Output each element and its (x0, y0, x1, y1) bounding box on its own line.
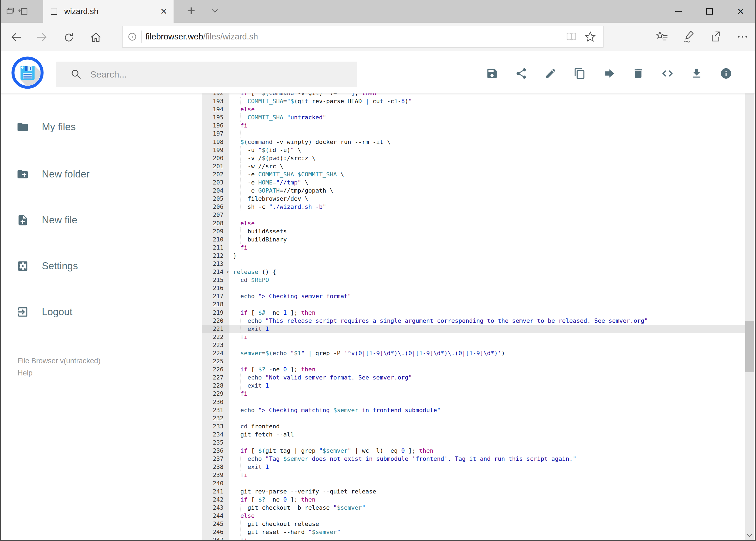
favorite-star-icon[interactable] (584, 31, 596, 43)
code-line[interactable]: 225 (202, 357, 747, 365)
back-button[interactable] (10, 31, 23, 44)
code-line[interactable]: 227 echo "Not valid semver format. See s… (202, 373, 747, 382)
code-line[interactable]: 213 (202, 260, 747, 268)
sidebar-item-new-file[interactable]: New file (1, 208, 202, 232)
refresh-button[interactable] (62, 31, 75, 44)
code-line[interactable]: 199 -u "$(id -u)" \ (202, 146, 747, 154)
code-line[interactable]: 200 -v /$(pwd):/src:z \ (202, 154, 747, 162)
info-button[interactable] (720, 67, 733, 80)
code-line[interactable]: 233 cd frontend (202, 422, 747, 430)
code-line[interactable]: 209 buildAssets (202, 228, 747, 236)
code-line[interactable]: 201 -w //src \ (202, 162, 747, 171)
edit-button[interactable] (544, 67, 557, 80)
code-line[interactable]: 228 exit 1 (202, 382, 747, 390)
sidebar-item-logout[interactable]: Logout (1, 300, 202, 324)
code-line[interactable]: 194 else (202, 105, 747, 114)
search-bar[interactable] (56, 62, 357, 87)
more-options-icon[interactable] (735, 30, 751, 45)
code-line[interactable]: 221 exit 1 (202, 325, 747, 333)
code-line[interactable]: 202 -e COMMIT_SHA=$COMMIT_SHA \ (202, 171, 747, 179)
code-line[interactable]: 229 fi (202, 390, 747, 398)
code-line[interactable]: 235 (202, 439, 747, 447)
code-line[interactable]: 197 (202, 130, 747, 138)
code-line[interactable]: 232 (202, 414, 747, 422)
code-line[interactable]: 192 if [ "$(command -v git)" != "" ]; th… (202, 94, 747, 97)
minimize-button[interactable] (669, 5, 688, 18)
download-button[interactable] (690, 67, 703, 80)
code-line[interactable]: 240 (202, 479, 747, 487)
tab-list-chevron-icon[interactable] (210, 8, 220, 14)
home-button[interactable] (89, 31, 102, 44)
code-line[interactable]: 238 exit 1 (202, 463, 747, 471)
code-line[interactable]: 243 git checkout -b release "$semver" (202, 504, 747, 512)
code-line[interactable]: 220 echo "This release script requires a… (202, 317, 747, 325)
move-button[interactable] (603, 67, 616, 80)
code-line[interactable]: 208 else (202, 219, 747, 228)
new-tab-button[interactable]: + (187, 3, 195, 18)
code-line[interactable]: 193 COMMIT_SHA="$(git rev-parse HEAD | c… (202, 97, 747, 105)
code-line[interactable]: 219 if [ $# -ne 1 ]; then (202, 309, 747, 317)
url-text[interactable]: filebrowser.web/files/wizard.sh (145, 32, 566, 42)
scroll-down-icon[interactable] (745, 531, 754, 540)
code-line[interactable]: 246 git reset --hard "$semver" (202, 528, 747, 536)
code-line[interactable]: 210 buildBinary (202, 236, 747, 244)
forward-button[interactable] (35, 31, 48, 44)
code-line[interactable]: 239 fi (202, 471, 747, 479)
code-line[interactable]: 241 git rev-parse --verify --quiet relea… (202, 487, 747, 496)
sidebar-item-settings[interactable]: Settings (1, 254, 202, 278)
close-button[interactable]: × (731, 5, 750, 18)
code-line[interactable]: 214▾release () { (202, 268, 747, 276)
code-line[interactable]: 223 (202, 341, 747, 349)
code-editor[interactable]: 192 if [ "$(command -v git)" != "" ]; th… (202, 94, 747, 540)
code-line[interactable]: 217 echo "> Checking semver format" (202, 292, 747, 300)
code-line[interactable]: 236 if [ $(git tag | grep "$semver" | wc… (202, 447, 747, 455)
code-line[interactable]: 215 cd $REPO (202, 276, 747, 284)
code-line[interactable]: 196 fi (202, 122, 747, 130)
scrollbar-thumb[interactable] (745, 321, 754, 372)
code-line[interactable]: 226 if [ $? -ne 0 ]; then (202, 365, 747, 373)
site-info-icon[interactable] (127, 31, 137, 42)
code-line[interactable]: 212} (202, 252, 747, 260)
code-line[interactable]: 218 (202, 300, 747, 308)
code-line[interactable]: 207 (202, 211, 747, 219)
code-line[interactable]: 224 semver=$(echo "$1" | grep -P '^v(0|[… (202, 349, 747, 357)
code-view-button[interactable] (661, 67, 674, 80)
share-file-button[interactable] (515, 67, 528, 80)
code-line[interactable]: 230 (202, 398, 747, 406)
url-bar[interactable]: filebrowser.web/files/wizard.sh (122, 26, 604, 48)
fold-arrow-icon[interactable]: ▾ (226, 268, 229, 276)
code-line[interactable]: 242 if [ $? -ne 0 ]; then (202, 496, 747, 504)
code-line[interactable]: 247 fi (202, 536, 747, 540)
save-button[interactable] (486, 67, 499, 80)
reading-view-icon[interactable] (566, 31, 577, 43)
code-line[interactable]: 245 git checkout release (202, 520, 747, 528)
file-browser-logo[interactable] (11, 56, 44, 89)
page-scrollbar[interactable] (745, 52, 754, 540)
tab-preview-icon[interactable] (5, 6, 16, 17)
code-line[interactable]: 211 fi (202, 244, 747, 252)
maximize-button[interactable] (700, 5, 719, 18)
code-line[interactable]: 195 COMMIT_SHA="untracked" (202, 114, 747, 122)
copy-button[interactable] (574, 67, 587, 80)
code-line[interactable]: 231 echo "> Checking matching $semver in… (202, 406, 747, 414)
code-line[interactable]: 205 filebrowser/dev \ (202, 195, 747, 203)
sidebar-item-new-folder[interactable]: New folder (1, 162, 202, 186)
tab-close-icon[interactable]: × (160, 6, 167, 17)
search-input[interactable] (90, 69, 357, 80)
code-line[interactable]: 237 echo "Tag $semver does not exist in … (202, 455, 747, 463)
code-line[interactable]: 206 sh -c "./wizard.sh -b" (202, 203, 747, 211)
code-line[interactable]: 203 -e HOME="//tmp" \ (202, 179, 747, 187)
browser-tab[interactable]: wizard.sh × (43, 0, 173, 23)
code-line[interactable]: 204 -e GOPATH=//tmp/gopath \ (202, 187, 747, 195)
code-line[interactable]: 222 fi (202, 333, 747, 341)
code-line[interactable]: 198 $(command -v winpty) docker run --rm… (202, 138, 747, 146)
sidebar-item-my-files[interactable]: My files (1, 115, 202, 139)
web-notes-pen-icon[interactable] (682, 30, 697, 45)
code-line[interactable]: 244 else (202, 512, 747, 520)
share-icon[interactable] (708, 30, 724, 45)
help-link[interactable]: Help (18, 369, 33, 377)
set-tabs-aside-icon[interactable] (18, 6, 28, 17)
favorites-hub-icon[interactable] (655, 30, 670, 45)
code-line[interactable]: 216 (202, 284, 747, 292)
code-line[interactable]: 234 git fetch --all (202, 430, 747, 439)
